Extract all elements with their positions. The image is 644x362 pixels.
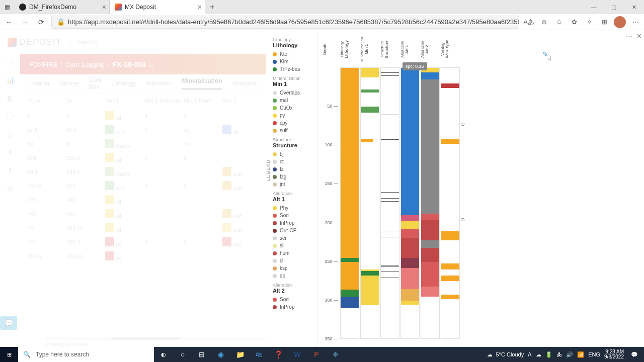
table-row[interactable]: 306.5319.81 py	[20, 249, 267, 263]
weather-widget[interactable]: ☁ 5°C Cloudy	[487, 351, 524, 358]
tab-alteration[interactable]: Alteration	[146, 80, 172, 87]
legend-item[interactable]: jnt	[273, 180, 313, 188]
table-row[interactable]: 245261 sil sulf	[20, 207, 267, 221]
table-row[interactable]: 220245 sil	[20, 193, 267, 207]
veining-track[interactable]: DD	[441, 67, 460, 339]
structure-track[interactable]	[380, 67, 399, 339]
clock[interactable]: 9:28 AM 9/8/2022	[604, 349, 624, 359]
legend-item[interactable]: CuOx	[273, 104, 313, 112]
legend-item[interactable]: mal	[273, 97, 313, 104]
profile-avatar[interactable]	[614, 16, 626, 28]
table-row[interactable]: 200200.3 py3D cpy	[20, 235, 267, 249]
legend-item[interactable]: Ktc	[273, 50, 313, 58]
menu-icon[interactable]: ⋯	[630, 17, 641, 28]
tab-core box[interactable]: Core Box	[89, 76, 102, 90]
table-row[interactable]: 64.6144.6 CuOx sulf	[20, 165, 267, 179]
column-header[interactable]: Min 1 Form	[184, 98, 221, 104]
legend-item[interactable]: Klm	[273, 58, 313, 65]
zoom-icon[interactable]: ⊖	[538, 17, 549, 28]
legend-item[interactable]: bj	[273, 150, 313, 158]
cortana-icon[interactable]: ◐	[154, 351, 173, 358]
legend-item[interactable]: Sod	[273, 296, 313, 303]
nav-icon-7[interactable]: ⬆	[6, 166, 15, 175]
legend-item[interactable]: ab	[273, 272, 313, 280]
close-window-button[interactable]: ✕	[624, 0, 644, 14]
back-button[interactable]: ←	[3, 16, 15, 28]
legend-item[interactable]: TrPz-bas	[273, 65, 313, 73]
notifications-icon[interactable]: 💬	[628, 351, 641, 358]
nav-icon-2[interactable]: 📊	[6, 75, 15, 84]
breadcrumb-project[interactable]: FOXFIRE	[29, 61, 57, 68]
favorites-list-icon[interactable]: ✧	[584, 17, 595, 28]
nav-icon-3[interactable]: ◧	[6, 94, 15, 103]
legend-item[interactable]: Out-CP	[273, 227, 313, 234]
word-icon[interactable]: W	[288, 347, 307, 362]
panel-close-icon[interactable]: ✕	[636, 32, 642, 40]
chat-button[interactable]: 💬	[0, 316, 17, 330]
table-row[interactable]: 261294.16 sil sulf	[20, 221, 267, 235]
edge-icon[interactable]: ◉	[211, 347, 230, 362]
tab-lithology[interactable]: Lithology	[112, 80, 136, 87]
nav-icon-6[interactable]: ⬇	[6, 148, 15, 157]
browser-tab-1[interactable]: DM_FirefoxDemo ×	[14, 0, 110, 14]
column-header[interactable]: From	[27, 98, 64, 104]
legend-item[interactable]: Sod	[273, 212, 313, 219]
reader-icon[interactable]: Aあ	[523, 17, 534, 28]
tab-actions-icon[interactable]: ▦	[0, 0, 14, 14]
wifi-icon[interactable]: 📶	[577, 351, 584, 358]
browser-tab-2[interactable]: MX Deposit ×	[110, 0, 205, 14]
nav-icon-1[interactable]: ◫	[6, 57, 15, 66]
taskbar-search[interactable]: 🔍 Type here to search	[18, 347, 154, 362]
nav-icon-4[interactable]: ◯	[6, 112, 15, 121]
nav-icon-5[interactable]: △	[6, 130, 15, 139]
onedrive-icon[interactable]: ☁	[536, 351, 541, 358]
close-icon[interactable]: ×	[198, 3, 202, 11]
battery-icon[interactable]: 🔋	[545, 351, 552, 358]
start-button[interactable]: ⊞	[0, 347, 18, 362]
breadcrumb-hole[interactable]: FX-19-003	[113, 60, 146, 68]
legend-item[interactable]: py	[273, 112, 313, 119]
refresh-button[interactable]: ⟳	[35, 16, 47, 28]
column-header[interactable]: Min 2	[222, 98, 260, 104]
tab-mineralization[interactable]: Mineralization	[182, 77, 222, 89]
legend-item[interactable]: InProp	[273, 219, 313, 227]
table-row[interactable]: 254256.9 sil2D	[20, 151, 267, 165]
tab-structure[interactable]: Structure	[232, 80, 257, 87]
powerpoint-icon[interactable]: P	[307, 347, 326, 362]
network-icon[interactable]: 🖧	[556, 351, 562, 357]
taskview-icon[interactable]: ⊟	[192, 347, 211, 362]
circle-icon[interactable]: ○	[173, 347, 192, 362]
nav-icon-8[interactable]: ⊞	[6, 184, 15, 193]
legend-item[interactable]: hem	[273, 249, 313, 257]
tab-survey[interactable]: Survey	[60, 80, 78, 87]
legend-item[interactable]: ct	[273, 158, 313, 165]
panel-more-icon[interactable]: ⋯	[626, 32, 633, 40]
app-icon[interactable]: ❄	[326, 347, 345, 362]
tab-header[interactable]: Header	[30, 80, 50, 87]
collections-icon[interactable]: ⊞	[599, 17, 610, 28]
legend-item[interactable]: ksp	[273, 264, 313, 272]
legend-item[interactable]: sil	[273, 242, 313, 249]
column-header[interactable]: Min 1	[105, 98, 142, 104]
table-row[interactable]: 01 sil4D	[20, 109, 267, 123]
breadcrumb-section[interactable]: Core Logging	[65, 61, 105, 68]
close-icon[interactable]: ×	[102, 3, 106, 11]
explorer-icon[interactable]: 📁	[230, 347, 250, 362]
legend-item[interactable]: fzg	[273, 173, 313, 180]
minimize-button[interactable]: —	[584, 0, 604, 14]
chevron-up-icon[interactable]: ᐱ	[528, 351, 532, 358]
table-row[interactable]: 27.531.5 mal2vd sil	[20, 123, 267, 137]
chevron-down-icon[interactable]: ⌄	[149, 61, 154, 68]
language-indicator[interactable]: ENG	[588, 351, 600, 357]
legend-item[interactable]: sulf	[273, 127, 313, 134]
mineralization-track[interactable]	[360, 67, 379, 339]
alt1-track[interactable]	[400, 67, 420, 339]
legend-item[interactable]: cl	[273, 257, 313, 264]
column-header[interactable]: To	[66, 98, 104, 104]
legend-item[interactable]: Overlaps	[273, 89, 313, 97]
column-header[interactable]: Min 1 Intensity	[144, 98, 182, 104]
lithology-track[interactable]	[340, 67, 359, 339]
table-row[interactable]: 608 CuOxVd	[20, 137, 267, 151]
legend-item[interactable]: ser	[273, 234, 313, 242]
table-row[interactable]: 156.6220 mal2D sulf	[20, 179, 267, 193]
